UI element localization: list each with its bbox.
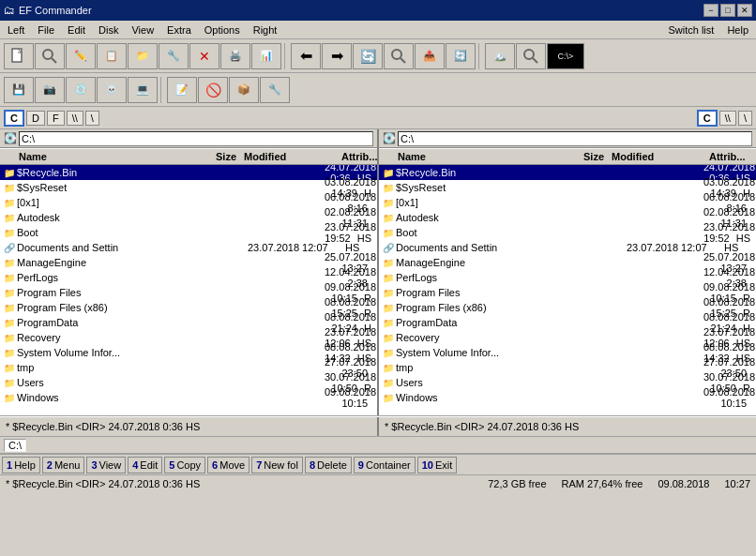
func-9-button[interactable]: 9Container xyxy=(354,457,416,473)
new-file-button[interactable] xyxy=(4,43,34,69)
right-file-list[interactable]: 📁 $Recycle.Bin 24.07.2018 0:36 HS 📁 $Sys… xyxy=(379,165,756,415)
document-button[interactable]: 📝 xyxy=(167,77,197,103)
right-col-attrib[interactable]: Attrib... xyxy=(705,151,739,162)
file-name: System Volume Infor... xyxy=(396,347,700,358)
copy-button[interactable]: 📋 xyxy=(97,43,127,69)
edit-button[interactable]: ✏️ xyxy=(66,43,96,69)
titlebar: 🗂 EF Commander − □ ✕ xyxy=(0,0,756,21)
right-col-size[interactable]: Size xyxy=(553,151,608,162)
left-panel: 💽 Name Size Modified Attrib... 📁 $Recycl… xyxy=(0,129,379,415)
bottom-file-info: * $Recycle.Bin <DIR> 24.07.2018 0:36 HS xyxy=(6,478,200,489)
func-6-button[interactable]: 6Move xyxy=(207,457,249,473)
file-name: [0x1] xyxy=(17,197,321,208)
left-file-list[interactable]: 📁 $Recycle.Bin 24.07.2018 0:36 HS 📁 $Sys… xyxy=(0,165,377,415)
menu-disk[interactable]: Disk xyxy=(93,23,124,38)
search-button[interactable] xyxy=(35,43,65,69)
mountain-button[interactable]: 🏔️ xyxy=(485,43,515,69)
right-status: * $Recycle.Bin <DIR> 24.07.2018 0:36 HS xyxy=(379,417,756,436)
right-col-modified[interactable]: Modified xyxy=(608,151,705,162)
right-nav-up[interactable]: \ xyxy=(738,111,752,126)
file-name: Recovery xyxy=(396,332,700,343)
func-4-button[interactable]: 4Edit xyxy=(128,457,162,473)
file-name: $SysReset xyxy=(17,182,321,193)
list-item[interactable]: 📁 Boot 23.07.2018 19:52 HS xyxy=(379,225,756,240)
right-path-input[interactable] xyxy=(398,131,752,146)
paste-button[interactable]: 📁 xyxy=(128,43,158,69)
help-menu[interactable]: Help xyxy=(721,23,754,38)
func-8-button[interactable]: 8Delete xyxy=(305,457,352,473)
file-icon: 📁 xyxy=(381,345,396,360)
skull-button[interactable]: ☠️ xyxy=(97,77,127,103)
file-name: ManageEngine xyxy=(17,257,321,268)
package-button[interactable]: 📦 xyxy=(229,77,259,103)
func-1-button[interactable]: 1Help xyxy=(2,457,40,473)
file-icon: 📁 xyxy=(2,165,17,180)
left-status: * $Recycle.Bin <DIR> 24.07.2018 0:36 HS xyxy=(0,417,379,436)
file-icon: 📁 xyxy=(2,285,17,300)
func-2-button[interactable]: 2Menu xyxy=(42,457,85,473)
file-name: PerfLogs xyxy=(396,272,700,283)
left-nav-up[interactable]: \ xyxy=(85,111,99,126)
left-col-size[interactable]: Size xyxy=(186,151,240,162)
minimize-button[interactable]: − xyxy=(703,4,718,17)
file-icon: 📁 xyxy=(381,255,396,270)
camera-button[interactable]: 📷 xyxy=(35,77,65,103)
drive-c-right[interactable]: C xyxy=(697,110,718,127)
terminal-button[interactable]: C:\> xyxy=(547,43,584,69)
clipboard-button[interactable]: 📊 xyxy=(251,43,281,69)
menu-view[interactable]: View xyxy=(126,23,159,38)
drive-d-left[interactable]: D xyxy=(26,111,45,126)
left-col-modified[interactable]: Modified xyxy=(240,151,338,162)
right-drive-icon: 💽 xyxy=(383,132,396,144)
file-icon: 📁 xyxy=(381,300,396,315)
right-nav-back[interactable]: \\ xyxy=(719,111,736,126)
drive-c-left[interactable]: C xyxy=(4,110,24,127)
zoom-button[interactable] xyxy=(516,43,546,69)
file-size: 09.08.2018 10:15 xyxy=(700,386,754,409)
settings-button[interactable]: 🔧 xyxy=(260,77,290,103)
left-col-name[interactable]: Name xyxy=(2,151,186,162)
menu-options[interactable]: Options xyxy=(199,23,246,38)
menu-right[interactable]: Right xyxy=(248,23,283,38)
monitor-button[interactable]: 💻 xyxy=(128,77,158,103)
forward-button[interactable]: ➡ xyxy=(322,43,352,69)
file-name: Autodesk xyxy=(396,212,700,223)
menu-left[interactable]: Left xyxy=(2,23,30,38)
properties-button[interactable]: 🔧 xyxy=(159,43,189,69)
refresh-button[interactable]: 🔄 xyxy=(353,43,383,69)
file-name: Program Files xyxy=(17,287,321,298)
file-icon: 📁 xyxy=(381,375,396,390)
menu-file[interactable]: File xyxy=(32,23,60,38)
stop-button[interactable]: 🚫 xyxy=(198,77,228,103)
left-nav-back[interactable]: \\ xyxy=(67,111,83,126)
list-item[interactable]: 📁 Windows 09.08.2018 10:15 xyxy=(0,390,377,405)
file-icon: 📁 xyxy=(2,345,17,360)
floppy-button[interactable]: 💾 xyxy=(4,77,34,103)
sync-button[interactable]: 🔄 xyxy=(446,43,476,69)
drive-f-left[interactable]: F xyxy=(47,111,65,126)
close-button[interactable]: ✕ xyxy=(737,4,752,17)
delete-button[interactable]: ✕ xyxy=(189,43,219,69)
menu-edit[interactable]: Edit xyxy=(62,23,91,38)
right-col-name[interactable]: Name xyxy=(381,151,553,162)
file-name: Documents and Settin xyxy=(17,242,189,253)
file-attrib xyxy=(747,398,750,409)
print-button[interactable]: 🖨️ xyxy=(220,43,250,69)
switchlist-button[interactable]: Switch list xyxy=(662,23,719,38)
func-3-button[interactable]: 3View xyxy=(86,457,126,473)
file-name: Documents and Settin xyxy=(396,242,568,253)
list-item[interactable]: 📁 Windows 09.08.2018 10:15 xyxy=(379,390,756,405)
maximize-button[interactable]: □ xyxy=(720,4,735,17)
func-5-button[interactable]: 5Copy xyxy=(164,457,205,473)
back-button[interactable]: ⬅ xyxy=(291,43,321,69)
func-7-button[interactable]: 7New fol xyxy=(251,457,303,473)
left-path-input[interactable] xyxy=(19,131,373,146)
list-item[interactable]: 📁 Boot 23.07.2018 19:52 HS xyxy=(0,225,377,240)
func-10-button[interactable]: 10Exit xyxy=(417,457,458,473)
menu-extra[interactable]: Extra xyxy=(161,23,197,38)
find-button[interactable] xyxy=(384,43,414,69)
upload-button[interactable]: 📤 xyxy=(415,43,445,69)
file-icon: 📁 xyxy=(2,390,17,405)
left-col-attrib[interactable]: Attrib... xyxy=(338,151,375,162)
disc-button[interactable]: 💿 xyxy=(66,77,96,103)
